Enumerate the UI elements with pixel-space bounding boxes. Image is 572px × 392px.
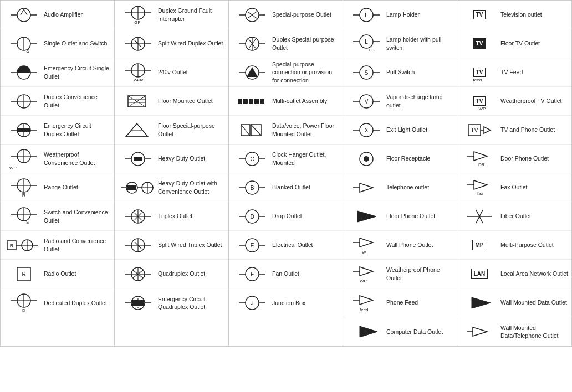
svg-text:D: D [250, 214, 254, 220]
list-item: Wall Mounted Data Outlet [457, 288, 571, 317]
special-purpose-connection-icon [232, 63, 270, 82]
svg-text:R: R [10, 243, 14, 249]
floor-phone-label: Floor Phone Outlet [384, 212, 453, 220]
list-item: TV feed TV Feed [457, 58, 571, 87]
list-item: Data/voice, Power Floor Mounted Outlet [229, 116, 343, 145]
list-item: Special-purpose Outlet [229, 1, 343, 29]
computer-data-icon [346, 322, 384, 342]
duplex-special-purpose-label: Duplex Special-purpose Outlet [270, 35, 339, 51]
wall-mounted-data-telephone-label: Wall Mounted Data/Telephone Outlet [498, 324, 568, 339]
legend-grid: Audio Amplifier S Single Outlet and Swit… [0, 0, 572, 347]
column-3: Special-purpose Outlet Duplex Special-pu… [229, 1, 343, 346]
svg-text:X: X [365, 127, 369, 133]
vapor-discharge-icon: V [346, 91, 384, 111]
lamp-holder-pull-icon: L PS [346, 33, 384, 55]
svg-text:WP: WP [9, 166, 17, 171]
list-item: Triplex Outlet [115, 202, 228, 231]
split-wired-triplex-icon [118, 235, 156, 255]
svg-text:J: J [251, 300, 254, 306]
phone-feed-label: Phone Feed [384, 298, 453, 306]
svg-text:B: B [251, 185, 254, 191]
multi-purpose-icon: MP [461, 240, 498, 250]
blanked-outlet-icon: B [232, 178, 270, 198]
drop-outlet-label: Drop Outlet [270, 212, 339, 220]
list-item: S Switch and Convenience Outlet [1, 202, 114, 231]
list-item: B Blanked Outlet [229, 173, 343, 202]
svg-line-145 [251, 125, 261, 136]
audio-amplifier-icon [4, 5, 42, 25]
svg-text:S: S [365, 70, 369, 76]
weatherproof-phone-icon: WP [346, 262, 384, 286]
outlet-240v-label: 240v Outlet [156, 68, 225, 76]
svg-line-143 [241, 125, 250, 136]
list-item: GFI Duplex Ground Fault Interrupter [115, 1, 228, 29]
fan-outlet-label: Fan Outlet [270, 270, 339, 277]
floor-tv-icon: TV [461, 38, 498, 49]
fan-outlet-icon: F [232, 264, 270, 284]
split-wired-duplex-label: Split Wired Duplex Outlet [156, 39, 225, 47]
list-item: 240v 240v Outlet [115, 58, 228, 87]
junction-box-icon: J [232, 293, 270, 313]
column-4: L Lamp Holder L PS Lamp holder with pull… [343, 1, 457, 346]
list-item: D Dedicated Duplex Outlet [1, 288, 114, 317]
svg-marker-200 [360, 267, 373, 276]
lan-outlet-label: Local Area Network Outlet [498, 270, 568, 277]
list-item: R Range Outlet [1, 173, 114, 202]
wall-mounted-data-label: Wall Mounted Data Outlet [498, 298, 568, 306]
list-item: TV Television outlet [457, 1, 571, 29]
heavy-duty-convenience-icon [118, 178, 156, 198]
list-item: Quadruplex Outlet [115, 260, 228, 288]
list-item: Floor Mounted Outlet [115, 87, 228, 116]
lan-outlet-icon: LAN [461, 269, 498, 279]
svg-rect-140 [254, 99, 259, 104]
exit-light-icon: X [346, 120, 384, 140]
electrical-outlet-icon: E [232, 235, 270, 255]
svg-marker-214 [474, 180, 487, 189]
range-outlet-icon: R [4, 177, 42, 199]
svg-text:C: C [250, 156, 254, 162]
drop-outlet-icon: D [232, 207, 270, 226]
wall-mounted-data-icon [461, 293, 498, 313]
list-item: R Radio Outlet [1, 260, 114, 288]
list-item: L PS Lamp holder with pull switch [343, 29, 457, 58]
list-item: Duplex Convenience Outlet [1, 87, 114, 116]
switch-convenience-label: Switch and Convenience Outlet [42, 208, 111, 224]
list-item: TV Floor TV Outlet [457, 29, 571, 58]
wall-phone-label: Wall Phone Outlet [384, 241, 453, 249]
blanked-outlet-label: Blanked Outlet [270, 183, 339, 191]
tv-phone-icon: TV [461, 120, 498, 140]
radio-outlet-icon: R [4, 264, 42, 284]
svg-marker-219 [472, 297, 491, 308]
list-item: L Lamp Holder [343, 1, 457, 29]
svg-marker-221 [473, 327, 487, 336]
emergency-circuit-single-icon [4, 63, 42, 82]
list-item: Floor Phone Outlet [343, 202, 457, 231]
list-item: MP Multi-Purpose Outlet [457, 231, 571, 260]
heavy-duty-icon [118, 149, 156, 169]
list-item: TV TV and Phone Outlet [457, 116, 571, 145]
emergency-quadruplex-icon [118, 293, 156, 313]
list-item: Fiber Outlet [457, 202, 571, 231]
data-voice-floor-label: Data/voice, Power Floor Mounted Outlet [270, 122, 339, 137]
list-item: TV WP Weatherproof TV Outlet [457, 87, 571, 116]
svg-text:R: R [22, 192, 26, 198]
telephone-outlet-icon [346, 178, 384, 198]
floor-mounted-icon [118, 91, 156, 111]
list-item: Emergency Circuit Duplex Outlet [1, 116, 114, 145]
svg-text:fax: fax [477, 191, 483, 196]
list-item: Duplex Special-purpose Outlet [229, 29, 343, 58]
svg-text:L: L [365, 12, 368, 18]
svg-marker-135 [247, 67, 258, 77]
list-item: feed Phone Feed [343, 288, 457, 317]
fax-outlet-label: Fax Outlet [498, 183, 568, 191]
dedicated-duplex-label: Dedicated Duplex Outlet [42, 299, 111, 307]
list-item: R Radio and Convenience Outlet [1, 231, 114, 260]
list-item: Floor Receptacle [343, 145, 457, 173]
fiber-outlet-icon [461, 207, 498, 226]
floor-receptacle-icon [346, 149, 384, 169]
triplex-label: Triplex Outlet [156, 212, 225, 220]
svg-text:feed: feed [360, 307, 369, 312]
svg-text:V: V [365, 99, 369, 105]
floor-receptacle-label: Floor Receptacle [384, 154, 453, 162]
duplex-convenience-label: Duplex Convenience Outlet [42, 93, 111, 109]
